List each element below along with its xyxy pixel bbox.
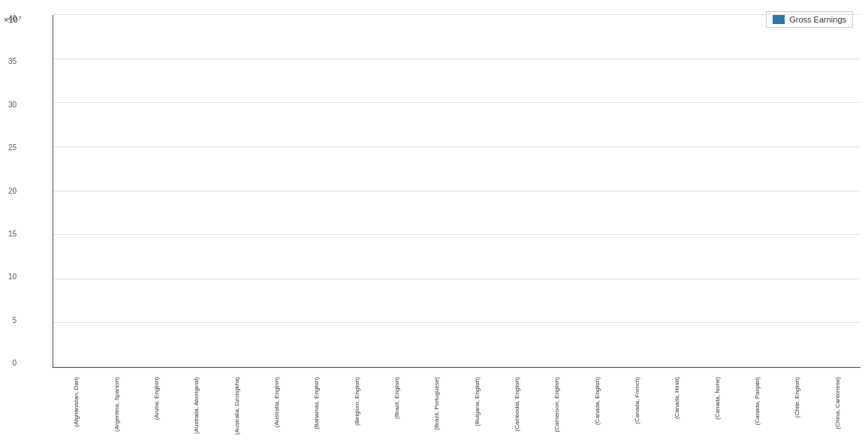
x-tick-label: (Australia, Aboriginal)	[176, 377, 216, 435]
x-tick-label: (Afghanistan, Dari)	[56, 377, 96, 435]
y-tick-label: 25	[8, 144, 17, 152]
x-tick-label: (Canada, None)	[698, 377, 737, 435]
y-axis-labels: 0510152025303540	[8, 15, 17, 367]
y-tick-label: 35	[8, 58, 17, 65]
chart-area: 0510152025303540 (Afghanistan, Dari)(Arg…	[53, 15, 860, 368]
y-tick-label: 20	[8, 188, 17, 195]
x-tick-label: (Canada, Hindi)	[657, 377, 697, 435]
y-tick-label: 30	[8, 101, 17, 109]
x-tick-label: (Brazil, Portuguese)	[417, 377, 457, 435]
x-tick-label: (Chile, English)	[777, 377, 817, 435]
x-tick-label: (Argentina, Spanish)	[96, 377, 136, 435]
y-tick-label: 0	[13, 360, 17, 367]
x-labels: (Afghanistan, Dari)(Argentina, Spanish)(…	[53, 377, 860, 435]
x-tick-label: (Cameroon, English)	[537, 377, 577, 435]
y-tick-label: 40	[8, 15, 17, 23]
x-tick-label: (Brazil, English)	[377, 377, 417, 435]
x-tick-label: (Bahamas, English)	[297, 377, 336, 435]
x-tick-label: (Belgium, English)	[336, 377, 376, 435]
x-tick-label: (Canada, Panjabi)	[737, 377, 777, 435]
x-tick-label: (Canada, English)	[577, 377, 616, 435]
x-tick-label: (Australia, Dzongkha)	[216, 377, 256, 435]
bars-container	[53, 15, 860, 367]
y-tick-label: 5	[13, 317, 17, 324]
x-tick-label: (China, Cantonese)	[818, 377, 857, 435]
y-tick-label: 10	[8, 273, 17, 281]
x-tick-label: (Bulgaria, English)	[457, 377, 496, 435]
x-tick-label: (Aruba, English)	[137, 377, 176, 435]
chart-container: ×10⁷ Gross Earnings 0510152025303540 (Af…	[0, 0, 868, 443]
y-tick-label: 15	[8, 231, 17, 238]
x-tick-label: (Australia, English)	[257, 377, 297, 435]
x-tick-label: (Canada, French)	[617, 377, 657, 435]
x-tick-label: (Cambodia, English)	[497, 377, 537, 435]
